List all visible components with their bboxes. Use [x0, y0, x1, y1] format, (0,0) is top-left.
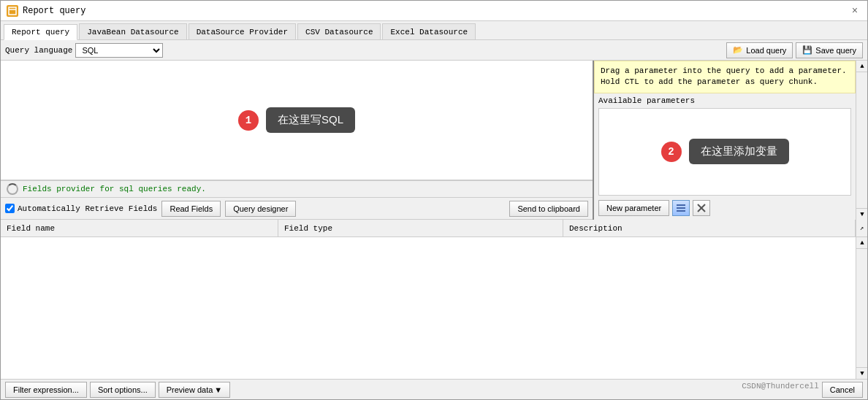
query-lang-select[interactable]: SQL [75, 43, 163, 58]
params-actions: New parameter [598, 200, 851, 219]
tab-csv[interactable]: CSV Datasource [297, 23, 381, 39]
tab-report-query[interactable]: Report query [4, 24, 77, 40]
load-query-button[interactable]: 📂 Load query [726, 42, 793, 58]
read-fields-button[interactable]: Read Fields [161, 201, 221, 217]
svg-rect-0 [9, 7, 16, 15]
right-scrollbar[interactable]: ▲ ▼ [856, 61, 867, 220]
filter-expression-button[interactable]: Filter expression... [5, 382, 87, 398]
status-text: Fields provider for sql queries ready. [23, 185, 206, 193]
auto-retrieve-label[interactable]: Automatically Retrieve Fields [5, 204, 157, 213]
tab-datasource-provider[interactable]: DataSource Provider [189, 23, 296, 39]
col-header-field-name: Field name [1, 220, 278, 236]
right-panel: Drag a parameter into the query to add a… [594, 61, 856, 220]
sql-editor[interactable]: 1 在这里写SQL [1, 61, 593, 180]
annotation-1: 1 在这里写SQL [238, 107, 355, 133]
params-list: 2 在这里添加变量 [598, 108, 851, 196]
table-scroll-right-icon[interactable]: ↗ [856, 220, 867, 236]
params-label: Available parameters [598, 96, 851, 105]
tabs-bar: Report query JavaBean Datasource DataSou… [1, 21, 867, 40]
send-clipboard-button[interactable]: Send to clipboard [509, 201, 588, 217]
param-delete-icon [696, 203, 707, 213]
left-panel: 1 在这里写SQL Fields provider for sql querie… [1, 61, 594, 220]
scroll-track [856, 72, 867, 208]
bottom-right: CSDN@Thundercell Cancel [742, 382, 863, 398]
col-header-description: Description [563, 220, 856, 236]
status-bar: Fields provider for sql queries ready. [1, 180, 593, 198]
main-window: Report query × Report query JavaBean Dat… [0, 0, 868, 400]
toolbar-right: 📂 Load query 💾 Save query [726, 42, 863, 58]
window-title: Report query [23, 6, 85, 16]
fields-body: ▲ ▼ [1, 237, 867, 379]
status-spinner-icon [7, 183, 18, 195]
scroll-up-icon[interactable]: ▲ [856, 61, 867, 72]
toolbar-left: Query language SQL [5, 43, 163, 58]
sort-options-button[interactable]: Sort options... [90, 382, 156, 398]
tab-javabean[interactable]: JavaBean Datasource [79, 23, 186, 39]
svg-rect-3 [677, 207, 685, 209]
toolbar-row: Query language SQL 📂 Load query 💾 Save q… [1, 40, 867, 61]
save-icon: 💾 [802, 45, 812, 55]
auto-retrieve-checkbox[interactable] [5, 204, 15, 213]
save-query-button[interactable]: 💾 Save query [796, 42, 863, 58]
param-move-icon [676, 203, 686, 213]
annotation-1-number: 1 [238, 110, 259, 131]
table-scrollbar[interactable]: ▲ ▼ [856, 237, 867, 379]
title-bar: Report query × [1, 1, 867, 21]
cancel-button[interactable]: Cancel [822, 382, 863, 398]
tab-excel[interactable]: Excel Datasource [382, 23, 476, 39]
annotation-2-number: 2 [661, 142, 682, 162]
params-section: Available parameters 2 在这里添加变量 New param… [594, 93, 856, 220]
annotation-1-label: 在这里写SQL [266, 107, 355, 133]
sql-editor-content: 1 在这里写SQL [1, 61, 593, 180]
annotation-2-label: 在这里添加变量 [689, 139, 789, 164]
hint-box: Drag a parameter into the query to add a… [594, 61, 856, 93]
window-icon [7, 5, 18, 17]
fields-table: Field name Field type Description ↗ ▲ ▼ [1, 220, 867, 379]
query-lang-label: Query language [5, 46, 72, 55]
bottom-bar: Filter expression... Sort options... Pre… [1, 379, 867, 399]
close-button[interactable]: × [848, 4, 861, 18]
table-scroll-down-icon[interactable]: ▼ [856, 367, 867, 379]
bottom-left: Filter expression... Sort options... Pre… [5, 382, 230, 398]
table-scroll-up-icon[interactable]: ▲ [856, 237, 867, 249]
watermark: CSDN@Thundercell [742, 382, 819, 398]
preview-data-button[interactable]: Preview data ▼ [159, 382, 230, 398]
param-icon-btn-2[interactable] [693, 200, 710, 216]
load-icon: 📂 [733, 45, 743, 55]
svg-rect-4 [677, 210, 685, 212]
main-area: 1 在这里写SQL Fields provider for sql querie… [1, 61, 867, 220]
col-header-field-type: Field type [278, 220, 563, 236]
new-param-button[interactable]: New parameter [598, 200, 669, 216]
param-icon-btn-1[interactable] [672, 200, 690, 216]
query-designer-button[interactable]: Query designer [225, 201, 296, 217]
fields-header: Field name Field type Description ↗ [1, 220, 867, 237]
table-scroll-track [856, 249, 867, 367]
svg-rect-2 [677, 204, 685, 206]
title-bar-left: Report query [7, 5, 85, 17]
scroll-down-icon[interactable]: ▼ [856, 208, 867, 220]
annotation-2: 2 在这里添加变量 [661, 139, 789, 164]
action-bar: Automatically Retrieve Fields Read Field… [1, 198, 593, 220]
